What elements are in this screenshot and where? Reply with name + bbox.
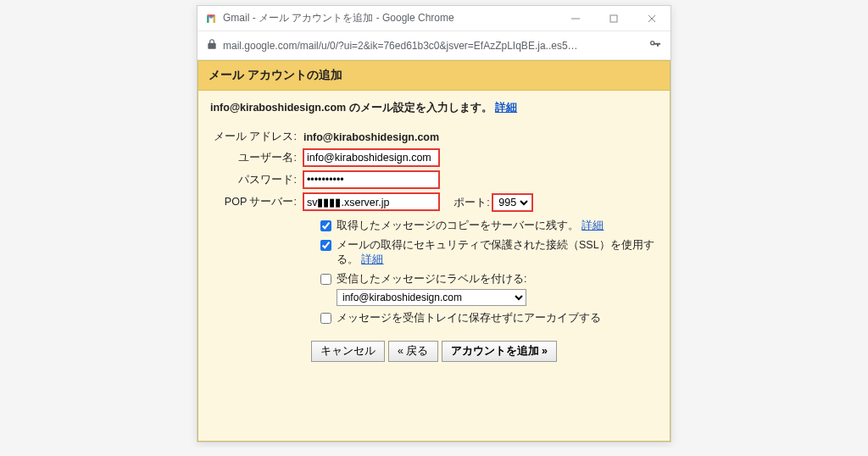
dialog-header: メール アカウントの追加 [198,61,670,91]
email-label: メール アドレス: [210,127,300,147]
dialog-body: info@kiraboshidesign.com のメール設定を入力します。 詳… [198,91,670,379]
window-title: Gmail - メール アカウントを追加 - Google Chrome [223,11,556,25]
address-bar: mail.google.com/mail/u/0/?ui=2&ik=76ed61… [198,31,670,60]
window-titlebar: Gmail - メール アカウントを追加 - Google Chrome [198,6,670,31]
form-table: メール アドレス: info@kiraboshidesign.com ユーザー名… [210,127,536,214]
svg-rect-0 [610,15,617,22]
gmail-icon [204,12,218,25]
archive-label: メッセージを受信トレイに保存せずにアーカイブする [337,311,601,325]
password-input[interactable] [303,171,439,188]
add-account-button[interactable]: アカウントを追加 » [442,341,557,362]
label-checkbox[interactable] [320,274,331,285]
close-button[interactable] [632,6,670,31]
label-text: 受信したメッセージにラベルを付ける: [337,272,526,286]
cancel-button[interactable]: キャンセル [311,341,385,362]
ssl-checkbox[interactable] [320,240,331,251]
url-text[interactable]: mail.google.com/mail/u/0/?ui=2&ik=76ed61… [223,40,643,52]
lock-icon [206,38,218,53]
popserver-input[interactable] [303,193,439,210]
ssl-link[interactable]: 詳細 [361,253,383,265]
chrome-window: Gmail - メール アカウントを追加 - Google Chrome mai… [197,5,671,442]
archive-checkbox[interactable] [320,313,331,324]
lead-text: info@kiraboshidesign.com のメール設定を入力します。 詳… [210,101,658,115]
leave-copy-label: 取得したメッセージのコピーをサーバーに残す。 [337,220,579,231]
back-button[interactable]: « 戻る [388,341,437,362]
ssl-label: メールの取得にセキュリティで保護された接続（SSL）を使用する。 [337,239,654,265]
popserver-label: POP サーバー: [210,191,300,214]
options-block: 取得したメッセージのコピーをサーバーに残す。 詳細 メールの取得にセキュリティで… [320,219,658,325]
port-select-wrap: 995 [492,194,532,211]
minimize-button[interactable] [556,6,594,31]
button-row: キャンセル « 戻る アカウントを追加 » [210,341,658,362]
key-icon[interactable] [648,37,662,53]
username-input[interactable] [303,149,439,166]
maximize-button[interactable] [594,6,632,31]
email-value: info@kiraboshidesign.com [303,131,439,143]
password-label: パスワード: [210,169,300,191]
leave-copy-link[interactable]: 詳細 [581,220,604,231]
port-select[interactable]: 995 [494,196,531,209]
window-controls [556,6,670,31]
leave-copy-checkbox[interactable] [320,220,331,231]
lead-prefix: info@kiraboshidesign.com のメール設定を入力します。 [210,102,492,114]
port-label: ポート: [453,197,489,209]
label-select[interactable]: info@kiraboshidesign.com [337,289,526,306]
gmail-dialog: メール アカウントの追加 info@kiraboshidesign.com のメ… [198,60,670,442]
lead-details-link[interactable]: 詳細 [495,102,517,114]
username-label: ユーザー名: [210,147,300,169]
